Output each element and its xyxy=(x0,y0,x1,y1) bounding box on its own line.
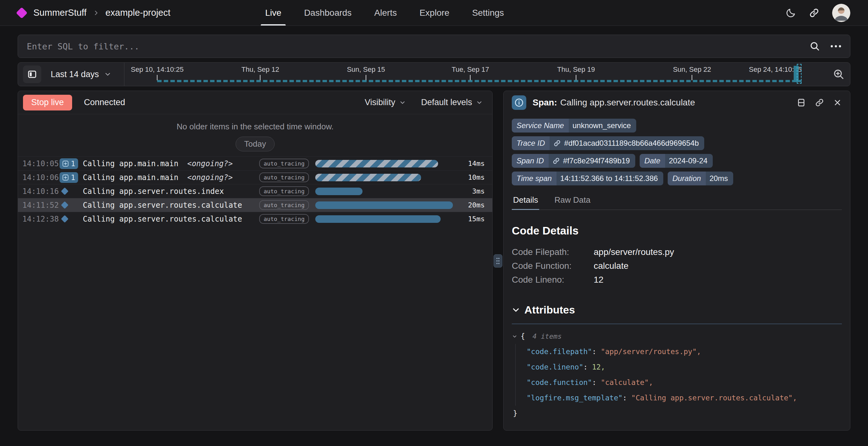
row-duration: 15ms xyxy=(456,215,485,223)
panel-toggle-icon xyxy=(27,69,37,79)
sql-filter-input[interactable] xyxy=(26,41,809,52)
row-timestamp: 14:10:16 xyxy=(22,187,60,196)
detail-tab[interactable]: Raw Data xyxy=(553,191,591,210)
timeline-zoom-in-button[interactable] xyxy=(832,68,845,81)
row-duration: 20ms xyxy=(456,201,485,209)
span-diamond-icon xyxy=(61,215,68,223)
sidebar-toggle-button[interactable] xyxy=(23,65,41,83)
json-value: 12, xyxy=(592,363,605,371)
badge-label: Duration xyxy=(668,171,706,185)
nav-tab[interactable]: Live xyxy=(254,0,292,26)
json-open-brace: { xyxy=(521,328,525,344)
code-detail-row: Code Filepath: app/server/routes.py xyxy=(512,245,842,259)
row-tag[interactable]: auto_tracing xyxy=(259,172,309,182)
badge-row: Span ID #f7c8e294f7489b19 Date 2024-09-2… xyxy=(512,154,842,168)
code-detail-label: Code Lineno: xyxy=(512,273,594,287)
chevron-down-icon xyxy=(512,306,520,314)
logfire-logo-icon[interactable] xyxy=(16,7,28,19)
row-tag[interactable]: auto_tracing xyxy=(259,159,309,168)
badge-value: #df01acad0311189c8b66a466d969654b xyxy=(564,139,699,148)
badge-value-wrap: 2024-09-24 xyxy=(665,154,713,168)
detail-tab[interactable]: Details xyxy=(512,191,539,210)
attributes-divider xyxy=(512,324,842,324)
split-view-icon xyxy=(797,98,806,107)
badge-label: Service Name xyxy=(512,119,569,132)
copy-link-button[interactable] xyxy=(815,98,824,107)
notice-text: No older items in the selected time wind… xyxy=(18,122,492,132)
log-row[interactable]: 14:12:38 Calling app.server.routes.calcu… xyxy=(18,212,492,226)
nav-tab-label: Explore xyxy=(420,8,450,18)
json-key: "code.function" xyxy=(527,378,592,386)
visibility-dropdown[interactable]: Visibility xyxy=(365,98,406,107)
row-tag[interactable]: auto_tracing xyxy=(259,214,309,224)
breadcrumb-project[interactable]: example-project xyxy=(105,7,170,18)
chevron-down-icon xyxy=(399,99,406,106)
row-tag[interactable]: auto_tracing xyxy=(259,186,309,196)
row-timestamp: 14:10:05 xyxy=(22,159,60,168)
chevron-right-icon xyxy=(93,10,99,16)
row-tag[interactable]: auto_tracing xyxy=(259,200,309,210)
connection-status: Connected xyxy=(84,98,125,107)
nav-tab[interactable]: Dashboards xyxy=(292,0,363,26)
default-levels-dropdown[interactable]: Default levels xyxy=(421,98,483,107)
share-link-button[interactable] xyxy=(809,7,819,18)
no-older-items-notice: No older items in the selected time wind… xyxy=(18,114,492,156)
nav-tabs: LiveDashboardsAlertsExploreSettings xyxy=(254,0,515,26)
code-detail-label: Code Function: xyxy=(512,259,594,273)
span-diamond-icon xyxy=(61,187,68,195)
default-levels-label: Default levels xyxy=(421,98,472,107)
panel-resize-handle[interactable] xyxy=(494,254,502,267)
attributes-json-viewer: { 4 items "code.filepath": "app/server/r… xyxy=(512,328,842,421)
user-avatar[interactable] xyxy=(832,4,850,22)
duration-bar-track xyxy=(315,188,456,195)
link-icon[interactable] xyxy=(553,139,561,147)
log-row[interactable]: 14:10:06 1 Calling app.main.main <ongoin… xyxy=(18,170,492,184)
log-row[interactable]: 14:11:52 Calling app.server.routes.calcu… xyxy=(18,198,492,212)
code-detail-row: Code Lineno: 12 xyxy=(512,273,842,287)
log-row[interactable]: 14:10:05 1 Calling app.main.main <ongoin… xyxy=(18,156,492,170)
close-panel-button[interactable] xyxy=(833,98,842,107)
nav-tab[interactable]: Explore xyxy=(408,0,461,26)
nav-tab[interactable]: Alerts xyxy=(363,0,408,26)
time-range-dropdown[interactable]: Last 14 days xyxy=(51,69,112,79)
timeline-selection-cursor xyxy=(797,64,802,84)
duration-bar-track xyxy=(315,201,456,209)
today-button[interactable]: Today xyxy=(236,137,274,151)
row-icon: 1 xyxy=(60,172,83,183)
attributes-section-toggle[interactable]: Attributes xyxy=(512,304,842,316)
log-row[interactable]: 14:10:16 Calling app.server.routes.index… xyxy=(18,184,492,198)
json-value: "Calling app.server.routes.calculate", xyxy=(631,394,797,402)
duration-bar-track xyxy=(315,215,456,223)
span-attribute-badge[interactable]: Trace ID #df01acad0311189c8b66a466d96965… xyxy=(512,136,704,150)
code-detail-row: Code Function: calculate xyxy=(512,259,842,273)
children-count-badge[interactable]: 1 xyxy=(60,158,78,169)
row-timestamp: 14:11:52 xyxy=(22,201,60,210)
row-message-wrap: Calling app.server.routes.index xyxy=(83,187,259,196)
json-separator: : xyxy=(583,363,592,371)
timeline-chart[interactable]: Sep 10, 14:10:25 Thu, Sep 12 Sun, Sep 15… xyxy=(124,63,827,86)
row-suffix: <ongoing?> xyxy=(187,159,233,168)
nav-tab[interactable]: Settings xyxy=(461,0,515,26)
row-duration: 10ms xyxy=(456,173,485,181)
duration-bar xyxy=(315,160,438,167)
top-nav: SummerStuff example-project LiveDashboar… xyxy=(0,0,868,26)
row-timestamp: 14:12:38 xyxy=(22,215,60,223)
filter-more-button[interactable] xyxy=(830,44,842,48)
json-collapse-icon[interactable] xyxy=(512,333,518,339)
split-view-button[interactable] xyxy=(797,98,806,107)
json-value: "calculate", xyxy=(600,378,653,386)
breadcrumb-org[interactable]: SummerStuff xyxy=(33,7,87,18)
children-count-badge[interactable]: 1 xyxy=(60,172,78,183)
json-separator: : xyxy=(592,348,601,356)
link-icon xyxy=(815,98,824,107)
code-details-heading: Code Details xyxy=(512,224,842,237)
zoom-in-icon xyxy=(832,68,845,81)
theme-toggle-button[interactable] xyxy=(785,7,796,18)
stop-live-button[interactable]: Stop live xyxy=(23,95,72,110)
link-icon[interactable] xyxy=(552,157,560,165)
span-badges: Service Name unknown_service Trace ID #d… xyxy=(512,114,842,185)
search-button[interactable] xyxy=(809,41,820,52)
code-detail-value: calculate xyxy=(594,259,629,273)
span-attribute-badge[interactable]: Span ID #f7c8e294f7489b19 xyxy=(512,154,635,168)
row-message: Calling app.main.main xyxy=(83,159,178,168)
